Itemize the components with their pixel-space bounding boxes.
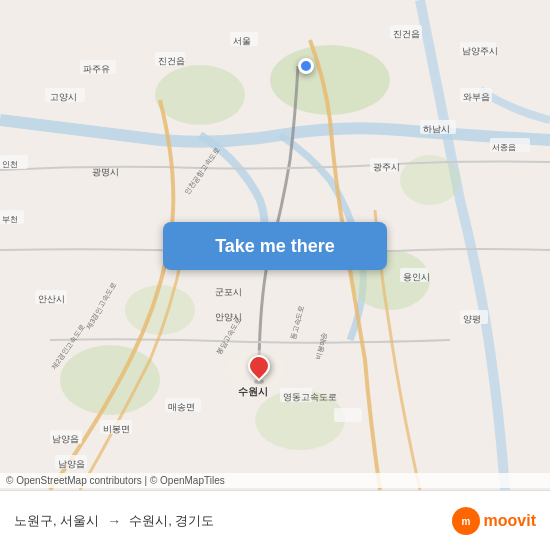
svg-text:남양읍: 남양읍 [52,434,79,444]
svg-text:부천: 부천 [2,215,18,224]
svg-text:비봉면: 비봉면 [103,424,130,434]
svg-text:진건읍: 진건읍 [393,29,420,39]
moovit-logo: m moovit [452,507,536,535]
svg-text:진건읍: 진건읍 [158,56,185,66]
bottom-bar: 노원구, 서울시 → 수원시, 경기도 m moovit [0,490,550,550]
moovit-icon: m [452,507,480,535]
svg-text:용인시: 용인시 [403,272,430,282]
svg-text:고양시: 고양시 [50,92,77,102]
svg-text:매송면: 매송면 [168,402,195,412]
map-attribution: © OpenStreetMap contributors | © OpenMap… [0,473,550,488]
svg-text:인천: 인천 [2,160,18,169]
map-container: 고양시 파주유 진건읍 인천 부천 안산시 남양읍 서울 진건읍 남양주시 와부… [0,0,550,490]
svg-text:남양주시: 남양주시 [462,46,498,56]
svg-text:와부읍: 와부읍 [463,92,490,102]
svg-text:수원시: 수원시 [238,386,268,397]
svg-text:안산시: 안산시 [38,294,65,304]
svg-text:하남시: 하남시 [423,124,450,134]
svg-text:남양읍: 남양읍 [58,459,85,469]
svg-text:서울: 서울 [233,36,251,46]
moovit-brand-name: moovit [484,512,536,530]
route-info: 노원구, 서울시 → 수원시, 경기도 [14,512,452,530]
svg-text:광명시: 광명시 [92,167,119,177]
origin-marker [298,58,314,74]
route-to: 수원시, 경기도 [129,512,214,530]
svg-text:군포시: 군포시 [215,287,242,297]
route-from: 노원구, 서울시 [14,512,99,530]
svg-text:m: m [461,516,470,527]
svg-rect-28 [334,408,362,422]
svg-text:광주시: 광주시 [373,162,400,172]
take-me-there-button[interactable]: Take me there [163,222,387,270]
svg-text:영동고속도로: 영동고속도로 [283,392,337,402]
svg-point-2 [155,65,245,125]
svg-point-1 [270,45,390,115]
svg-point-4 [125,285,195,335]
svg-text:파주유: 파주유 [83,64,110,74]
svg-text:양평: 양평 [463,314,481,324]
svg-point-6 [60,345,160,415]
svg-text:서종읍: 서종읍 [492,143,516,152]
destination-marker [248,355,270,385]
route-arrow: → [107,513,121,529]
